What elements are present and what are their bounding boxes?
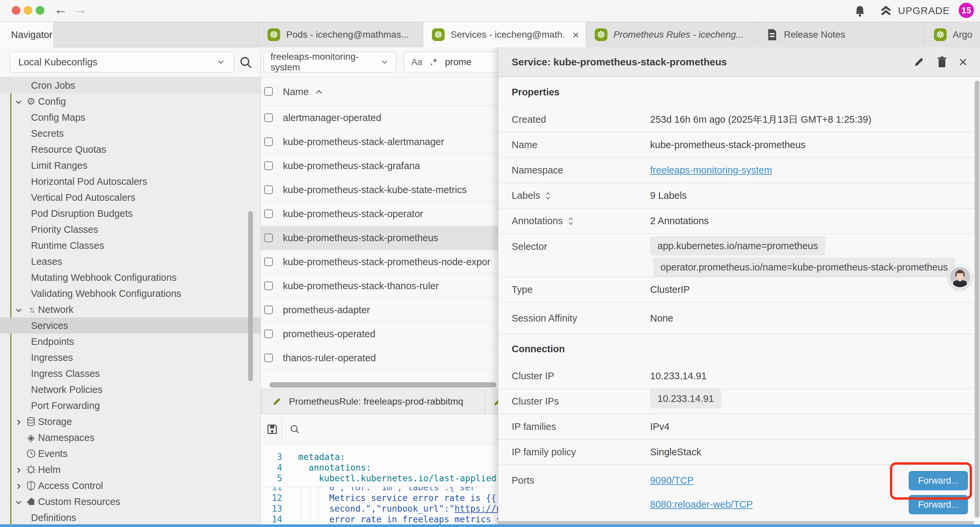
chevron-down-icon[interactable] <box>14 97 23 107</box>
table-row-kube-prometheus-stack-grafana[interactable]: kube-prometheus-stack-grafana <box>261 154 498 178</box>
table-row-kube-prometheus-stack-operator[interactable]: kube-prometheus-stack-operator <box>261 202 498 226</box>
regex-icon[interactable]: .* <box>430 57 437 67</box>
row-checkbox[interactable] <box>264 113 273 122</box>
port-link[interactable]: 9090/TCP <box>650 475 694 486</box>
list-hscrollbar-thumb[interactable] <box>269 382 496 388</box>
sidebar-item-network[interactable]: ↑↓Network <box>0 301 261 318</box>
sidebar-item-network-policies[interactable]: Network Policies <box>0 382 261 398</box>
trash-icon[interactable] <box>936 56 948 68</box>
tab-prometheus-rules-icecheng[interactable]: ☸Prometheus Rules - icecheng... <box>586 22 757 47</box>
tab-release-notes[interactable]: Release Notes <box>757 22 925 47</box>
dock-tab-prometheusrule[interactable]: PrometheusRule: freeleaps-prod-rabbitmq <box>262 389 485 414</box>
sidebar-item-secrets[interactable]: Secrets <box>0 126 261 142</box>
table-row-prometheus-operated[interactable]: prometheus-operated <box>261 322 498 346</box>
chevron-down-icon[interactable] <box>14 306 23 315</box>
editor-line-3: 3metadata: <box>261 452 498 462</box>
table-row-thanos-ruler-operated[interactable]: thanos-ruler-operated <box>261 346 498 370</box>
edit-pencil-icon[interactable] <box>913 56 925 68</box>
editor-line-13: 13second.","runbook_url":"https://net <box>261 503 498 514</box>
sidebar-item-runtime-classes[interactable]: Runtime Classes <box>0 237 261 253</box>
tab-pods-icecheng-mathmas[interactable]: ☸Pods - icecheng@mathmas... <box>259 22 423 47</box>
upgrade-button[interactable]: UPGRADE <box>879 4 950 18</box>
panel-scrollbar-thumb[interactable] <box>975 81 979 517</box>
editor-search-icon[interactable] <box>289 423 301 435</box>
row-checkbox[interactable] <box>264 258 273 266</box>
panel-hscrollbar[interactable] <box>498 521 974 524</box>
avatar[interactable] <box>949 266 971 288</box>
maximize-window-button[interactable] <box>36 6 45 15</box>
chevron-right-icon[interactable] <box>14 417 23 427</box>
sidebar-item-resource-quotas[interactable]: Resource Quotas <box>0 142 261 158</box>
match-case-icon[interactable]: Aa <box>411 57 422 67</box>
sidebar-item-helm[interactable]: Helm <box>0 462 261 478</box>
table-row-kube-prometheus-stack-alertmanager[interactable]: kube-prometheus-stack-alertmanager <box>261 130 498 154</box>
sidebar-item-priority-classes[interactable]: Priority Classes <box>0 221 261 237</box>
kubeconfig-context-select[interactable]: Local Kubeconfigs <box>10 52 234 72</box>
sidebar-item-custom-resources[interactable]: Custom Resources <box>0 494 261 509</box>
row-checkbox[interactable] <box>264 234 273 242</box>
sidebar-item-access-control[interactable]: Access Control <box>0 478 261 494</box>
back-arrow-icon[interactable]: ← <box>54 2 67 17</box>
row-checkbox[interactable] <box>264 282 273 290</box>
table-row-kube-prometheus-stack-prometheus[interactable]: kube-prometheus-stack-prometheus <box>261 226 498 250</box>
port-link[interactable]: 8080:reloader-web/TCP <box>650 499 753 510</box>
sidebar-item-services[interactable]: Services <box>0 318 261 334</box>
sidebar-item-label: Port Forwarding <box>31 400 100 411</box>
sidebar-scrollbar-thumb[interactable] <box>248 211 253 381</box>
sidebar-item-storage[interactable]: Storage <box>0 414 261 430</box>
tab-services-icecheng-math[interactable]: ☸Services - icecheng@math...× <box>423 22 586 47</box>
row-checkbox[interactable] <box>264 209 273 218</box>
sidebar-item-config[interactable]: ⚙Config <box>0 93 261 110</box>
sidebar-item-mutating-webhook-configurations[interactable]: Mutating Webhook Configurations <box>0 269 261 285</box>
sidebar-item-config-maps[interactable]: Config Maps <box>0 110 261 126</box>
row-checkbox[interactable] <box>264 185 273 194</box>
save-icon[interactable] <box>266 423 279 436</box>
select-all-checkbox[interactable] <box>264 87 273 96</box>
ports-list: 9090/TCP8080:reloader-web/TCP <box>650 465 753 527</box>
sidebar-item-ingresses[interactable]: Ingresses <box>0 350 261 366</box>
row-checkbox[interactable] <box>264 353 273 362</box>
tab-argo-se[interactable]: ☸Argo Se <box>925 22 980 47</box>
sidebar-item-leases[interactable]: Leases <box>0 253 261 269</box>
notification-badge[interactable]: 15 <box>959 3 974 18</box>
code-link[interactable]: https://net <box>455 504 498 514</box>
namespace-link[interactable]: freeleaps-monitoring-system <box>650 165 772 176</box>
sidebar-item-pod-disruption-budgets[interactable]: Pod Disruption Budgets <box>0 205 261 221</box>
chevron-right-icon[interactable] <box>14 482 23 491</box>
table-row-kube-prometheus-stack-thanos-ruler[interactable]: kube-prometheus-stack-thanos-ruler <box>261 274 498 298</box>
sidebar-item-limit-ranges[interactable]: Limit Ranges <box>0 158 261 174</box>
tab-close-icon[interactable]: × <box>573 29 579 41</box>
forward-arrow-icon[interactable]: → <box>73 2 87 17</box>
table-row-kube-prometheus-stack-kube-state-metrics[interactable]: kube-prometheus-stack-kube-state-metrics <box>261 178 498 202</box>
yaml-editor[interactable]: 3metadata:4annotations:5kubectl.kubernet… <box>261 444 498 527</box>
sidebar-item-vertical-pod-autoscalers[interactable]: Vertical Pod Autoscalers <box>0 189 261 205</box>
sidebar-item-port-forwarding[interactable]: Port Forwarding <box>0 398 261 414</box>
row-checkbox[interactable] <box>264 137 273 146</box>
namespace-select[interactable]: freeleaps-monitoring-system <box>264 52 396 72</box>
minimize-window-button[interactable] <box>24 6 32 15</box>
chevron-right-icon[interactable] <box>14 466 23 475</box>
table-row-prometheus-adapter[interactable]: prometheus-adapter <box>261 298 498 322</box>
sidebar-item-cron-jobs[interactable]: Cron Jobs <box>0 77 261 93</box>
sidebar-item-namespaces[interactable]: ◈Namespaces <box>0 430 261 446</box>
close-icon[interactable]: × <box>959 55 967 69</box>
row-checkbox[interactable] <box>264 161 273 170</box>
sidebar-item-definitions[interactable]: Definitions <box>0 509 261 525</box>
row-checkbox[interactable] <box>264 330 273 338</box>
sidebar-item-horizontal-pod-autoscalers[interactable]: Horizontal Pod Autoscalers <box>0 174 261 189</box>
sidebar-item-endpoints[interactable]: Endpoints <box>0 334 261 350</box>
sidebar-item-validating-webhook-configurations[interactable]: Validating Webhook Configurations <box>0 285 261 301</box>
list-search-input[interactable]: Aa .* prome <box>404 52 498 72</box>
sidebar-item-events[interactable]: Events <box>0 446 261 462</box>
sidebar-item-ingress-classes[interactable]: Ingress Classes <box>0 366 261 382</box>
row-checkbox[interactable] <box>264 306 273 314</box>
bell-icon[interactable] <box>853 4 867 18</box>
chevron-down-icon[interactable] <box>14 498 23 507</box>
name-column-header[interactable]: Name <box>283 77 323 106</box>
release-notes-icon <box>767 29 778 41</box>
table-row-kube-prometheus-stack-prometheus-node-expor[interactable]: kube-prometheus-stack-prometheus-node-ex… <box>261 250 498 274</box>
dock-tab-partial[interactable] <box>486 389 498 414</box>
table-row-alertmanager-operated[interactable]: alertmanager-operated <box>261 106 498 130</box>
sidebar-search-icon[interactable] <box>238 55 253 70</box>
close-window-button[interactable] <box>12 6 20 15</box>
